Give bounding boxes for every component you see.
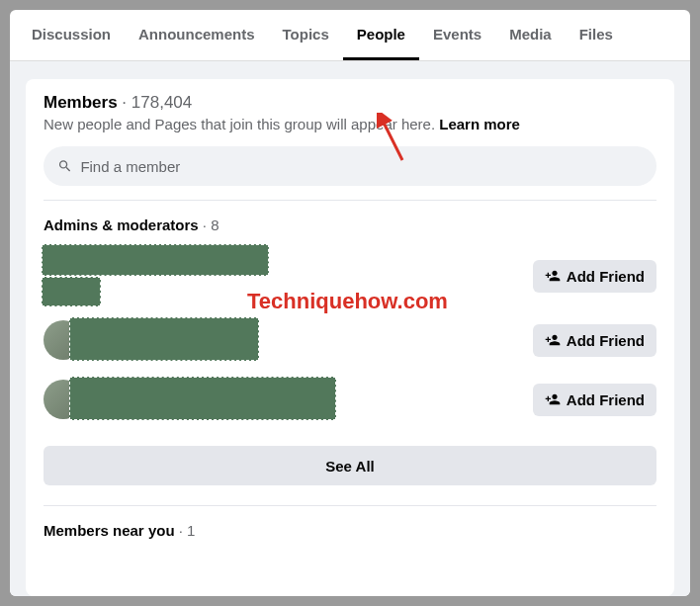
- near-you-count: 1: [187, 522, 195, 539]
- add-friend-icon: [545, 332, 561, 348]
- search-bar[interactable]: [44, 146, 656, 186]
- members-count-separator: ·: [118, 93, 131, 112]
- add-friend-icon: [545, 391, 561, 407]
- near-you-section-header: Members near you · 1: [44, 522, 656, 540]
- members-count: 178,404: [131, 93, 192, 112]
- add-friend-label: Add Friend: [567, 332, 645, 349]
- near-you-title: Members near you: [44, 522, 175, 539]
- members-card: Members · 178,404 New people and Pages t…: [26, 79, 674, 596]
- tab-topics[interactable]: Topics: [269, 10, 343, 60]
- add-friend-icon: [545, 268, 561, 284]
- learn-more-link[interactable]: Learn more: [439, 116, 520, 132]
- add-friend-button[interactable]: Add Friend: [533, 260, 656, 293]
- list-item: Add Friend: [44, 317, 656, 363]
- add-friend-label: Add Friend: [567, 391, 645, 408]
- add-friend-button[interactable]: Add Friend: [533, 384, 656, 416]
- tab-people[interactable]: People: [343, 10, 419, 60]
- add-friend-button[interactable]: Add Friend: [533, 324, 656, 357]
- list-item: Add Friend: [44, 248, 656, 303]
- add-friend-label: Add Friend: [567, 268, 645, 285]
- tab-announcements[interactable]: Announcements: [125, 10, 269, 60]
- admins-count: 8: [211, 216, 219, 233]
- redacted-block: [69, 377, 336, 420]
- tab-bar: Discussion Announcements Topics People E…: [10, 10, 690, 61]
- search-input[interactable]: [80, 158, 643, 175]
- redacted-block: [42, 277, 101, 306]
- divider: [44, 505, 656, 506]
- near-you-count-separator: ·: [175, 522, 188, 539]
- admins-title: Admins & moderators: [44, 216, 199, 233]
- redacted-block: [69, 317, 259, 361]
- admins-count-separator: ·: [199, 216, 212, 233]
- members-subtitle: New people and Pages that join this grou…: [44, 116, 656, 132]
- search-icon: [57, 158, 72, 174]
- see-all-button[interactable]: See All: [44, 446, 656, 485]
- redacted-block: [42, 244, 269, 276]
- tab-files[interactable]: Files: [566, 10, 627, 60]
- list-item: Add Friend: [44, 377, 656, 422]
- tab-events[interactable]: Events: [419, 10, 495, 60]
- tab-media[interactable]: Media: [495, 10, 566, 60]
- main-area: Members · 178,404 New people and Pages t…: [10, 61, 690, 596]
- members-title: Members: [44, 93, 118, 112]
- divider: [44, 200, 656, 201]
- app-frame: Discussion Announcements Topics People E…: [10, 10, 690, 596]
- tab-discussion[interactable]: Discussion: [18, 10, 125, 60]
- members-subtitle-text: New people and Pages that join this grou…: [44, 116, 439, 132]
- members-header: Members · 178,404: [44, 93, 656, 113]
- admins-section-header: Admins & moderators · 8: [44, 216, 656, 234]
